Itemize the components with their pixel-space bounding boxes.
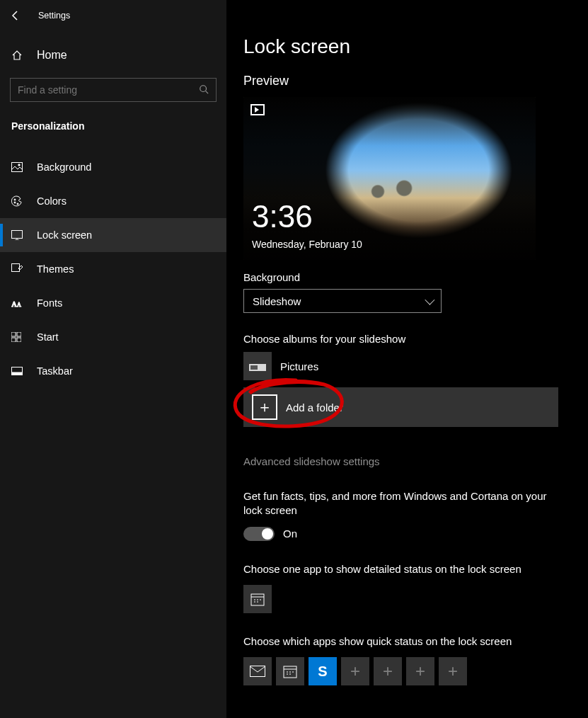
svg-rect-6	[12, 231, 23, 239]
page-title: Lock screen	[243, 35, 560, 58]
plus-icon: +	[415, 661, 425, 681]
svg-rect-12	[11, 338, 16, 342]
toggle-state-label: On	[283, 528, 297, 540]
add-folder-label: Add a folder	[286, 401, 343, 414]
sidebar-item-label: Start	[37, 331, 59, 343]
brush-icon	[11, 263, 24, 275]
search-input[interactable]	[18, 84, 199, 96]
calendar-icon	[250, 592, 265, 606]
sidebar-item-colors[interactable]: Colors	[0, 184, 226, 218]
album-label: Pictures	[280, 360, 318, 372]
home-nav[interactable]: Home	[0, 40, 226, 71]
start-icon	[11, 332, 24, 342]
svg-point-4	[14, 202, 16, 203]
detailed-status-app-calendar[interactable]	[243, 585, 272, 613]
quick-status-slot-add-4[interactable]: +	[439, 657, 467, 685]
albums-label: Choose albums for your slideshow	[243, 333, 560, 345]
plus-icon: +	[383, 661, 393, 681]
fun-facts-label: Get fun facts, tips, and more from Windo…	[243, 489, 555, 518]
add-folder-button[interactable]: ＋ Add a folder	[243, 387, 558, 427]
section-heading: Personalization	[0, 106, 226, 137]
sidebar-item-taskbar[interactable]: Taskbar	[0, 354, 226, 388]
quick-status-label: Choose which apps show quick status on t…	[243, 634, 555, 649]
skype-icon: S	[318, 663, 327, 680]
fun-facts-toggle-row: On	[243, 527, 560, 541]
home-icon	[11, 50, 24, 61]
svg-rect-17	[250, 365, 258, 370]
plus-icon: +	[350, 661, 360, 681]
monitor-icon	[11, 230, 24, 240]
svg-text:A: A	[17, 302, 21, 308]
background-dropdown[interactable]: Slideshow	[243, 289, 442, 313]
search-box[interactable]	[10, 78, 217, 102]
taskbar-icon	[11, 367, 24, 375]
sidebar: Settings Home Personalization Background…	[0, 0, 226, 718]
back-button[interactable]	[10, 10, 21, 21]
chevron-down-icon	[425, 295, 434, 305]
svg-rect-11	[17, 332, 21, 336]
preview-date: Wednesday, February 10	[252, 239, 362, 250]
window-title: Settings	[38, 11, 70, 21]
svg-text:A: A	[11, 300, 17, 308]
sidebar-item-label: Taskbar	[37, 365, 73, 377]
calendar-icon	[283, 664, 297, 678]
album-thumbnail	[243, 352, 272, 380]
home-label: Home	[37, 49, 67, 62]
quick-status-slot-add-2[interactable]: +	[374, 657, 402, 685]
plus-icon: +	[448, 661, 458, 681]
svg-point-0	[200, 85, 207, 91]
quick-status-app-skype[interactable]: S	[309, 657, 337, 685]
font-icon: AA	[11, 298, 24, 308]
sidebar-item-fonts[interactable]: AA Fonts	[0, 286, 226, 320]
svg-rect-7	[12, 264, 20, 272]
quick-status-app-calendar[interactable]	[276, 657, 304, 685]
sidebar-item-label: Colors	[37, 195, 67, 207]
sidebar-item-background[interactable]: Background	[0, 150, 226, 184]
album-item-pictures[interactable]: Pictures	[243, 352, 560, 380]
sidebar-item-start[interactable]: Start	[0, 320, 226, 354]
quick-status-slot-add-3[interactable]: +	[406, 657, 434, 685]
lock-screen-preview: 3:36 Wednesday, February 10	[243, 97, 536, 260]
sidebar-item-label: Lock screen	[37, 229, 92, 241]
titlebar: Settings	[0, 0, 226, 31]
svg-rect-10	[11, 332, 16, 336]
detailed-status-label: Choose one app to show detailed status o…	[243, 562, 555, 576]
sidebar-item-lock-screen[interactable]: Lock screen	[0, 218, 226, 252]
fun-facts-toggle[interactable]	[243, 527, 275, 541]
main-content: Lock screen Preview 3:36 Wednesday, Febr…	[226, 0, 588, 718]
search-container	[0, 71, 226, 106]
sidebar-item-themes[interactable]: Themes	[0, 252, 226, 286]
sidebar-item-label: Background	[37, 161, 91, 173]
advanced-settings-link[interactable]: Advanced slideshow settings	[243, 455, 380, 467]
svg-rect-13	[17, 338, 21, 342]
quick-status-app-mail[interactable]	[243, 657, 272, 685]
mail-icon	[250, 666, 265, 677]
nav-list: Background Colors Lock screen Themes AA …	[0, 150, 226, 388]
sidebar-item-label: Themes	[37, 263, 74, 275]
slideshow-icon	[250, 104, 265, 115]
preview-heading: Preview	[243, 74, 560, 89]
plus-icon: ＋	[252, 394, 277, 420]
dropdown-value: Slideshow	[253, 295, 301, 307]
svg-point-2	[18, 164, 20, 166]
svg-point-3	[14, 199, 16, 200]
svg-point-5	[17, 203, 18, 205]
svg-rect-15	[12, 372, 23, 375]
search-icon	[199, 84, 209, 96]
preview-time: 3:36	[252, 199, 313, 234]
sidebar-item-label: Fonts	[37, 297, 62, 309]
image-icon	[11, 162, 24, 172]
svg-rect-1	[12, 163, 23, 172]
palette-icon	[11, 195, 24, 207]
svg-rect-19	[250, 666, 265, 677]
quick-status-slot-add-1[interactable]: +	[341, 657, 369, 685]
background-label: Background	[243, 271, 560, 283]
